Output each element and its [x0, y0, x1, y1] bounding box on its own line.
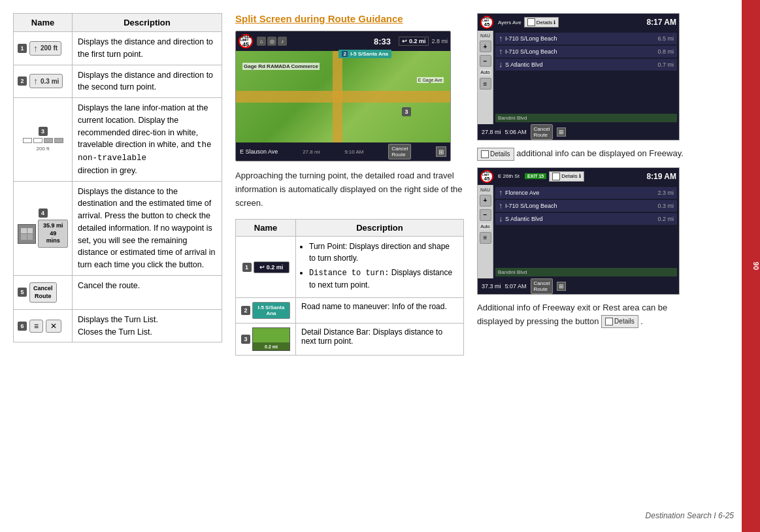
ctrl-btn-1[interactable]: + [480, 41, 491, 52]
map-label-gage: Gage Rd RAMADA Commerce [242, 63, 320, 70]
map-cancel-route-1[interactable]: CancelRoute [531, 124, 553, 140]
second-reference-table: Name Description 1 ↩ 0.2 mi [235, 219, 464, 356]
map-road-name-header: Ayers Ave [498, 20, 521, 25]
map-footer-top: 27.8 mi 5:06 AM CancelRoute ⊞ [478, 124, 679, 140]
route-arrow-1: ↑ [499, 34, 503, 43]
route-entry-b1: ↑ Florence Ave 2.3 mi [495, 187, 677, 199]
row3-dist-label: 200 ft [36, 146, 49, 152]
row6-list-btn2[interactable]: ✕ [46, 320, 61, 333]
nav-bottom-road: E Slauson Ave [240, 148, 278, 155]
map-sidebar-controls-2: NAU + − Auto ≡ [478, 185, 493, 278]
ctrl-btn-5[interactable]: − [480, 209, 491, 221]
details-checkbox-inline [481, 150, 489, 158]
lane-seg [44, 138, 53, 143]
main-reference-table: Name Description 1 ↑ 200 ft [13, 13, 222, 342]
nav-map-area: Gage Rd RAMADA Commerce 3 E Gage Ave [236, 51, 450, 142]
map-footer-dist-1: 27.8 mi [482, 129, 501, 135]
details-btn-inline[interactable]: Details [477, 148, 514, 161]
second-row1-desc: Turn Point: Displays direction and shape… [296, 237, 464, 298]
map-road-label-1: Bandini Blvd [495, 114, 677, 122]
route-dist-b2: 0.3 mi [657, 203, 674, 209]
map-toggle-btn-1[interactable]: ⊞ [557, 127, 566, 137]
table-row: 2 I-5 S/Santa Ana Road name to maneuver:… [236, 298, 464, 324]
map-cancel-route-2[interactable]: CancelRoute [531, 278, 553, 294]
row1-icon: ↑ 200 ft [29, 41, 61, 56]
dist-bar-text: 0.2 mi [265, 344, 278, 349]
left-section: Name Description 1 ↑ 200 ft [13, 13, 222, 356]
num-badge-3: 3 [402, 107, 411, 116]
row5-desc: Cancel the route. [73, 275, 222, 309]
route-entry: ↑ I-710 S/Long Beach 0.8 mi [495, 46, 677, 58]
nav-icon-2[interactable]: ◎ [267, 37, 276, 46]
freeway-details-btn-inline: Details [601, 316, 640, 326]
ctrl-btn-3[interactable]: ≡ [480, 78, 491, 90]
route-dist-3: 0.7 mi [657, 61, 674, 68]
second-col-desc: Description [296, 220, 464, 237]
table-row: 4 [14, 181, 222, 275]
row4-number: 4 [39, 208, 48, 218]
ctrl-btn-6[interactable]: ≡ [480, 232, 491, 244]
nav-time-display: 8:33 [370, 37, 395, 46]
map-road-label-2: Bandini Blvd [495, 268, 677, 276]
road-vertical [333, 51, 342, 142]
nav-screenshot-top: SPEEDLIMIT 45 ⌂ ◎ ♪ 8:33 ↩ 0.2 mi 2.8 mi [235, 31, 451, 161]
freeway-text-2-part2: . [640, 316, 643, 326]
nav-icon-3[interactable]: ♪ [278, 37, 287, 46]
second-row3-num: 3 [241, 335, 250, 344]
map-time-1: 8:17 AM [646, 18, 676, 27]
ctrl-btn-4[interactable]: + [480, 195, 491, 207]
row3-icon-cell: 3 200 ft [14, 98, 73, 182]
second-row1-turn-box: ↩ 0.2 mi [254, 261, 289, 273]
map-body-top: NAU + − Auto ≡ ↑ I-710 S/Long Beach 6.5 … [478, 31, 679, 124]
details-btn-inline-2[interactable]: Details [601, 315, 638, 328]
row6-desc-text1: Displays the Turn List. [78, 315, 158, 324]
second-row1-num: 1 [242, 263, 252, 272]
row3-number: 3 [39, 127, 48, 136]
map-label-gage-ave: E Gage Ave [417, 77, 444, 83]
details-inline-label-2: Details [614, 316, 635, 327]
grid-cell [21, 234, 27, 240]
exit-badge: EXIT 15 [525, 173, 546, 179]
nav-cancel-route-btn[interactable]: CancelRoute [388, 144, 411, 159]
nav-road-badge-num: 2 [342, 51, 347, 57]
route-arrow-3: ↓ [499, 60, 503, 69]
nav-top-bar: SPEEDLIMIT 45 ⌂ ◎ ♪ 8:33 ↩ 0.2 mi 2.8 mi [236, 31, 450, 51]
ctrl-btn-2[interactable]: − [480, 55, 491, 67]
map-footer-time-1: 5:06 AM [505, 129, 527, 135]
row3-lane-icon: 200 ft [23, 138, 63, 152]
details-checkbox-inline-2 [605, 318, 613, 325]
row1-arrow-icon: ↑ [33, 43, 38, 54]
table-row: 3 200 ft [14, 98, 222, 182]
map-time-2: 8:19 AM [646, 172, 676, 181]
map-details-button-2[interactable]: Details ℹ [549, 171, 584, 182]
second-col-name: Name [236, 220, 296, 237]
row1-dist-text: 200 ft [41, 44, 58, 52]
second-row3-bar: 0.2 mi [252, 327, 290, 351]
nav-icon-1[interactable]: ⌂ [257, 37, 266, 46]
second-row1-icon: 1 ↩ 0.2 mi [236, 237, 296, 298]
second-row3-desc: Detail Distance Bar: Displays distance t… [296, 324, 464, 356]
route-dist-1: 6.5 mi [657, 35, 674, 42]
grid-cell [21, 228, 27, 234]
speed-val: 45 [484, 22, 490, 27]
speed-val-2: 45 [484, 176, 490, 182]
route-name-b1: Florence Ave [505, 190, 655, 196]
nav-turn-arrow: ↩ [402, 38, 407, 44]
auto-label: Auto [480, 69, 490, 75]
row1-number: 1 [18, 44, 27, 53]
grid-cell [27, 234, 33, 240]
row4-grid-icon [18, 224, 36, 244]
row6-list-btn1[interactable]: ≡ [29, 320, 43, 333]
nav-map-toggle-btn[interactable]: ⊞ [436, 146, 446, 157]
road-horizontal [236, 91, 450, 103]
map-toggle-btn-2[interactable]: ⊞ [557, 282, 566, 291]
freeway-text-1-content: additional info can be displayed on Free… [516, 148, 684, 158]
col-header-description: Description [73, 14, 222, 32]
second-row3-icon: 3 0.2 mi [236, 324, 296, 356]
dist-bar-inner: 0.2 mi [253, 342, 289, 350]
map-details-button[interactable]: Details ℹ [524, 17, 559, 27]
table-row: 3 0.2 mi Detail Distance Bar: Displays d… [236, 324, 464, 356]
route-entry: ↓ S Atlantic Blvd 0.7 mi [495, 59, 677, 71]
details-checkbox-2 [552, 173, 560, 180]
route-name-b2: I-710 S/Long Beach [505, 203, 655, 209]
